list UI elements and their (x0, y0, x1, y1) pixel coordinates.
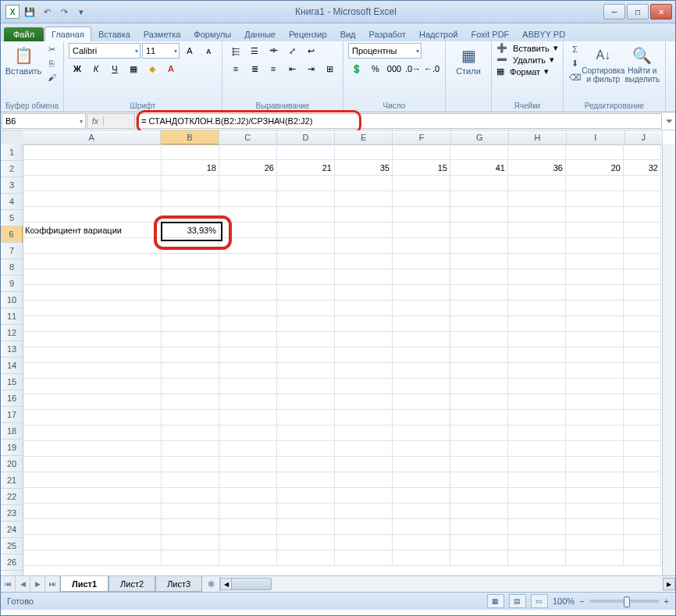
cell-H2[interactable]: 36 (508, 160, 566, 176)
row-header-1[interactable]: 1 (1, 144, 23, 161)
row-header-19[interactable]: 19 (1, 440, 23, 456)
tab-foxit[interactable]: Foxit PDF (464, 27, 515, 41)
align-center-icon[interactable]: ≣ (246, 61, 263, 77)
number-format-combo[interactable]: Процентны (348, 43, 422, 59)
cell-B2[interactable]: 18 (162, 160, 219, 176)
maximize-button[interactable]: □ (627, 4, 649, 20)
zoom-in-icon[interactable]: + (664, 596, 669, 606)
merge-icon[interactable]: ⊞ (321, 61, 338, 77)
row-header-3[interactable]: 3 (1, 177, 23, 194)
percent-icon[interactable]: % (367, 61, 384, 77)
row-header-25[interactable]: 25 (1, 538, 23, 554)
find-select-button[interactable]: 🔍 Найти и выделить (624, 43, 660, 85)
zoom-slider[interactable] (589, 600, 660, 603)
row-header-7[interactable]: 7 (1, 243, 23, 259)
row-header-12[interactable]: 12 (1, 325, 23, 341)
col-header-F[interactable]: F (393, 130, 450, 144)
tab-home[interactable]: Главная (44, 27, 91, 41)
tab-data[interactable]: Данные (238, 27, 282, 41)
sheet-tab-2[interactable]: Лист2 (109, 576, 155, 592)
sheet-tab-1[interactable]: Лист1 (60, 576, 109, 592)
row-header-5[interactable]: 5 (1, 210, 23, 226)
cell-E2[interactable]: 35 (335, 160, 393, 176)
page-break-view-icon[interactable]: ▭ (531, 594, 548, 608)
page-layout-view-icon[interactable]: ▤ (509, 594, 526, 608)
redo-icon[interactable]: ↷ (57, 5, 71, 19)
undo-icon[interactable]: ↶ (40, 5, 54, 19)
tab-file[interactable]: Файл (4, 27, 44, 41)
font-color-icon[interactable]: A (162, 61, 180, 77)
horizontal-scrollbar[interactable]: ◀ ▶ (219, 576, 675, 592)
fill-icon[interactable]: ⬇ (568, 57, 582, 69)
currency-icon[interactable]: 💲 (348, 61, 365, 77)
align-bottom-icon[interactable]: ⬲ (265, 43, 282, 59)
insert-cells-button[interactable]: ➕ Вставить ▾ (496, 43, 558, 53)
align-left-icon[interactable]: ≡ (227, 61, 244, 77)
row-header-14[interactable]: 14 (1, 358, 23, 374)
paste-button[interactable]: 📋 Вставить (5, 43, 41, 77)
grow-font-icon[interactable]: A (181, 43, 198, 59)
col-header-J[interactable]: J (625, 130, 664, 144)
align-right-icon[interactable]: ≡ (265, 61, 282, 77)
cell-C2[interactable]: 26 (219, 160, 277, 176)
cell-D2[interactable]: 21 (277, 160, 335, 176)
delete-cells-button[interactable]: ➖ Удалить ▾ (496, 55, 554, 65)
fx-icon[interactable]: fx (87, 116, 104, 126)
row-header-11[interactable]: 11 (1, 308, 23, 325)
row-header-2[interactable]: 2 (1, 161, 23, 177)
increase-decimal-icon[interactable]: .0→ (404, 61, 422, 77)
tab-developer[interactable]: Разработ (363, 27, 412, 41)
row-headers[interactable]: 1234567891011121314151617181920212223242… (1, 144, 23, 575)
row-header-26[interactable]: 26 (1, 554, 23, 571)
format-painter-icon[interactable]: 🖌 (44, 71, 59, 84)
bold-button[interactable]: Ж (69, 61, 86, 77)
sheet-tab-3[interactable]: Лист3 (155, 576, 202, 592)
italic-button[interactable]: К (87, 61, 105, 77)
row-header-27[interactable]: 27 (1, 571, 23, 575)
cut-icon[interactable]: ✂ (44, 43, 59, 55)
font-size-combo[interactable]: 11 (142, 43, 180, 59)
orientation-icon[interactable]: ⤢ (283, 43, 301, 59)
tab-insert[interactable]: Вставка (92, 27, 137, 41)
tab-review[interactable]: Рецензир (283, 27, 333, 41)
row-header-21[interactable]: 21 (1, 472, 23, 489)
fill-color-icon[interactable]: ◆ (144, 61, 161, 77)
row-header-24[interactable]: 24 (1, 522, 23, 538)
sheet-nav-last-icon[interactable]: ⏭ (45, 576, 60, 592)
tab-view[interactable]: Вид (334, 27, 362, 41)
tab-abbyy[interactable]: ABBYY PD (516, 27, 571, 41)
qat-dropdown-icon[interactable]: ▾ (74, 5, 88, 19)
cell-B6[interactable]: 33,93% (162, 223, 219, 238)
row-header-4[interactable]: 4 (1, 194, 23, 210)
sort-filter-button[interactable]: A↓ Сортировка и фильтр (585, 43, 621, 85)
tab-formulas[interactable]: Формулы (187, 27, 237, 41)
row-header-22[interactable]: 22 (1, 489, 23, 505)
cell-G2[interactable]: 41 (450, 160, 508, 176)
col-header-B[interactable]: B (161, 130, 219, 144)
decrease-indent-icon[interactable]: ⇤ (283, 61, 301, 77)
format-cells-button[interactable]: ▦ Формат ▾ (496, 66, 549, 77)
minimize-button[interactable]: ─ (603, 4, 625, 20)
row-header-6[interactable]: 6 (1, 226, 23, 243)
column-headers[interactable]: ABCDEFGHIJ (23, 130, 663, 145)
col-header-E[interactable]: E (335, 130, 393, 144)
close-button[interactable]: ✕ (650, 4, 672, 20)
select-all-button[interactable] (1, 130, 23, 145)
underline-button[interactable]: Ч (106, 61, 123, 77)
cell-A6[interactable]: Коэффициент вариации (23, 223, 162, 238)
border-icon[interactable]: ▦ (125, 61, 142, 77)
decrease-decimal-icon[interactable]: ←.0 (423, 61, 440, 77)
autosum-icon[interactable]: Σ (568, 43, 582, 55)
row-header-23[interactable]: 23 (1, 505, 23, 522)
row-header-9[interactable]: 9 (1, 276, 23, 292)
sheet-nav-next-icon[interactable]: ▶ (30, 576, 45, 592)
col-header-I[interactable]: I (567, 130, 624, 144)
cells-area[interactable]: 182621351541362032Коэффициент вариации33… (23, 144, 663, 575)
copy-icon[interactable]: ⎘ (44, 57, 59, 69)
row-header-15[interactable]: 15 (1, 374, 23, 390)
tab-addins[interactable]: Надстрой (413, 27, 464, 41)
col-header-C[interactable]: C (219, 130, 277, 144)
col-header-D[interactable]: D (277, 130, 335, 144)
vertical-scrollbar[interactable] (662, 144, 675, 575)
row-header-10[interactable]: 10 (1, 292, 23, 308)
